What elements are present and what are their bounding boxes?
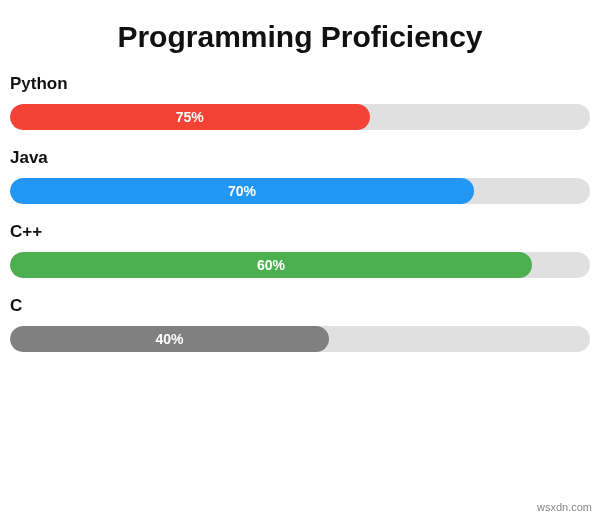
skill-label-python: Python	[10, 74, 590, 94]
bar-percent-c: 40%	[155, 331, 183, 347]
bar-track: 60%	[10, 252, 590, 278]
bar-track: 75%	[10, 104, 590, 130]
bar-fill-c: 40%	[10, 326, 329, 352]
skill-row: Python 75%	[10, 74, 590, 130]
page-title: Programming Proficiency	[10, 20, 590, 54]
bar-percent-cpp: 60%	[257, 257, 285, 273]
skill-row: C++ 60%	[10, 222, 590, 278]
bar-percent-python: 75%	[176, 109, 204, 125]
bar-track: 40%	[10, 326, 590, 352]
skill-row: C 40%	[10, 296, 590, 352]
bar-fill-cpp: 60%	[10, 252, 532, 278]
watermark: wsxdn.com	[537, 501, 592, 513]
skill-label-cpp: C++	[10, 222, 590, 242]
skill-label-c: C	[10, 296, 590, 316]
bar-percent-java: 70%	[228, 183, 256, 199]
bar-fill-python: 75%	[10, 104, 370, 130]
bar-fill-java: 70%	[10, 178, 474, 204]
skill-row: Java 70%	[10, 148, 590, 204]
bar-track: 70%	[10, 178, 590, 204]
skill-label-java: Java	[10, 148, 590, 168]
